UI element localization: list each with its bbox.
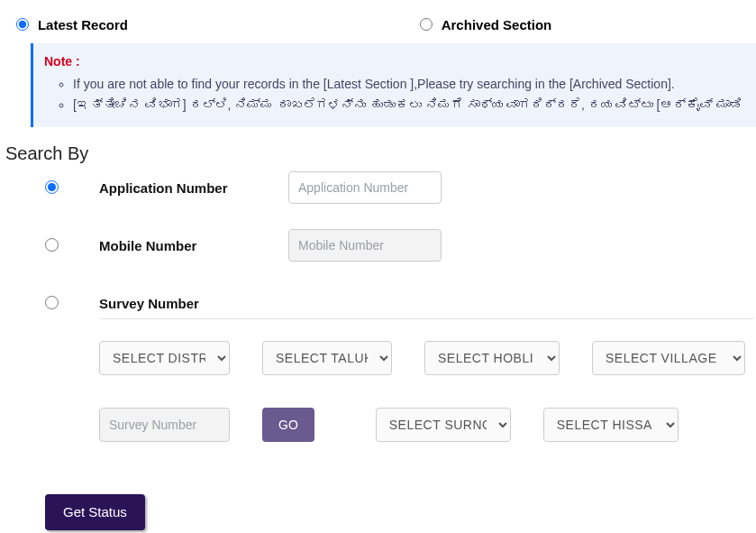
note-list: If you are not able to find your records… bbox=[44, 75, 745, 115]
mobile-number-radio[interactable] bbox=[45, 238, 59, 252]
search-form: Application Number Mobile Number Survey … bbox=[5, 171, 756, 447]
latest-record-label: Latest Record bbox=[38, 17, 128, 32]
archived-section-option[interactable]: Archived Section bbox=[420, 16, 551, 32]
archived-section-radio[interactable] bbox=[420, 18, 433, 31]
mobile-number-row: Mobile Number bbox=[45, 229, 754, 262]
survey-number-label: Survey Number bbox=[99, 287, 288, 311]
mobile-number-label: Mobile Number bbox=[99, 229, 288, 253]
get-status-button[interactable]: Get Status bbox=[45, 494, 145, 530]
hobli-select[interactable]: SELECT HOBLI bbox=[424, 341, 560, 375]
note-line-2: [ಇತ್ತೀಚಿನ ವಿಭಾಗ] ದಲ್ಲಿ, ನಿಮ್ಮ ದಾಖಲೆಗಳನ್ನ… bbox=[73, 96, 745, 115]
section-selector: Latest Record Archived Section bbox=[16, 16, 756, 32]
village-select[interactable]: SELECT VILLAGE bbox=[592, 341, 745, 375]
survey-block: SELECT DISTRICT SELECT TALUK SELECT HOBL… bbox=[99, 318, 754, 442]
application-number-row: Application Number bbox=[45, 171, 754, 204]
note-title: Note : bbox=[44, 52, 745, 71]
surnoc-select[interactable]: SELECT SURNOC bbox=[376, 408, 511, 442]
note-line-1: If you are not able to find your records… bbox=[73, 75, 745, 94]
application-number-radio[interactable] bbox=[45, 180, 59, 194]
search-by-heading: Search By bbox=[5, 143, 756, 164]
application-number-label: Application Number bbox=[99, 171, 288, 196]
survey-selectors-row-2: GO SELECT SURNOC SELECT HISSA bbox=[99, 408, 754, 442]
latest-record-option[interactable]: Latest Record bbox=[16, 16, 128, 32]
survey-number-input bbox=[99, 408, 230, 442]
taluk-select[interactable]: SELECT TALUK bbox=[262, 341, 392, 375]
go-button[interactable]: GO bbox=[262, 408, 314, 442]
hissa-select[interactable]: SELECT HISSA bbox=[543, 408, 679, 442]
archived-section-label: Archived Section bbox=[442, 17, 552, 32]
survey-selectors-row-1: SELECT DISTRICT SELECT TALUK SELECT HOBL… bbox=[99, 341, 754, 375]
note-panel: Note : If you are not able to find your … bbox=[31, 43, 756, 127]
latest-record-radio[interactable] bbox=[16, 18, 29, 31]
mobile-number-input bbox=[288, 229, 442, 262]
district-select[interactable]: SELECT DISTRICT bbox=[99, 341, 230, 375]
survey-number-row: Survey Number SELECT DISTRICT SELECT TAL… bbox=[45, 287, 754, 447]
application-number-input[interactable] bbox=[288, 171, 442, 204]
survey-number-radio[interactable] bbox=[45, 296, 59, 309]
